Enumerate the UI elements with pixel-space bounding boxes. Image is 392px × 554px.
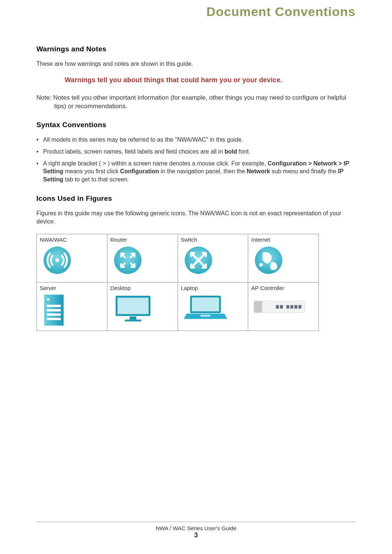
svg-rect-22	[276, 305, 279, 308]
label-router: Router	[110, 236, 175, 243]
bullet-2-bold: bold	[224, 148, 237, 155]
heading-warnings-notes: Warnings and Notes	[36, 45, 356, 53]
warnings-notes-intro: These are how warnings and notes are sho…	[36, 60, 356, 68]
page-title: Document Conventions	[36, 4, 356, 19]
svg-rect-11	[47, 313, 61, 316]
svg-point-5	[259, 263, 263, 267]
nwa-wac-icon	[40, 244, 104, 276]
svg-rect-18	[192, 297, 219, 311]
bullet-3: A right angle bracket ( > ) within a scr…	[36, 160, 356, 184]
page-number: 3	[0, 531, 392, 539]
svg-rect-9	[47, 305, 61, 307]
svg-rect-19	[200, 315, 210, 316]
bullet-2-post: font.	[237, 148, 250, 155]
laptop-icon	[181, 293, 245, 322]
icons-intro: Figures in this guide may use the follow…	[36, 209, 356, 225]
bullet-3-bold3: Network	[247, 168, 270, 174]
svg-point-1	[55, 258, 59, 262]
bullet-3-mid3: sub menu and finally the	[270, 168, 338, 174]
svg-rect-14	[117, 297, 149, 314]
syntax-bullets: All models in this series may be referre…	[36, 136, 356, 183]
note-text: Note: Notes tell you other important inf…	[36, 94, 356, 111]
footer-guide-name: NWA / WAC Series User's Guide	[0, 525, 392, 531]
warning-text: Warnings tell you about things that coul…	[65, 76, 356, 84]
label-server: Server	[40, 285, 104, 291]
cell-internet: Internet	[248, 234, 319, 282]
bullet-3-post: tab to get to that screen.	[63, 176, 129, 183]
svg-rect-21	[254, 301, 262, 312]
cell-switch: Switch	[178, 234, 248, 282]
cell-server: Server	[37, 282, 107, 331]
cell-laptop: Laptop	[178, 282, 248, 331]
svg-rect-23	[280, 305, 283, 308]
icons-table: NWA/WAC Router	[36, 234, 319, 331]
label-ap-controller: AP Controller	[251, 285, 315, 291]
server-icon	[40, 293, 104, 327]
bullet-2-pre: Product labels, screen names, field labe…	[43, 148, 224, 155]
svg-rect-10	[47, 309, 61, 311]
label-nwa-wac: NWA/WAC	[40, 236, 104, 243]
svg-point-2	[114, 247, 142, 274]
heading-icons: Icons Used in Figures	[36, 194, 356, 203]
cell-ap-controller: AP Controller	[248, 282, 319, 331]
page-footer: NWA / WAC Series User's Guide 3	[0, 522, 392, 539]
label-internet: Internet	[251, 236, 315, 243]
bullet-3-mid2: in the navigation panel, then the	[159, 168, 247, 174]
svg-rect-16	[125, 319, 141, 321]
router-icon	[110, 244, 175, 276]
label-switch: Switch	[181, 236, 245, 243]
svg-rect-26	[295, 305, 298, 308]
desktop-icon	[110, 293, 175, 324]
cell-router: Router	[107, 234, 178, 282]
label-laptop: Laptop	[181, 285, 245, 291]
svg-rect-12	[47, 318, 61, 320]
bullet-1: All models in this series may be referre…	[36, 136, 356, 144]
cell-desktop: Desktop	[107, 282, 178, 331]
bullet-2: Product labels, screen names, field labe…	[36, 148, 356, 156]
svg-rect-27	[299, 305, 302, 308]
svg-rect-15	[130, 316, 136, 319]
ap-controller-icon	[251, 293, 315, 315]
label-desktop: Desktop	[110, 285, 175, 291]
bullet-3-mid1: means you first click	[63, 168, 120, 174]
switch-icon	[181, 244, 245, 276]
bullet-3-bold2: Configuration	[120, 168, 159, 174]
bullet-3-pre: A right angle bracket ( > ) within a scr…	[43, 160, 268, 167]
internet-icon	[251, 244, 315, 276]
svg-rect-25	[291, 305, 294, 308]
svg-point-8	[47, 298, 49, 300]
svg-rect-24	[286, 305, 289, 308]
cell-nwa-wac: NWA/WAC	[37, 234, 107, 282]
heading-syntax: Syntax Conventions	[36, 121, 356, 129]
